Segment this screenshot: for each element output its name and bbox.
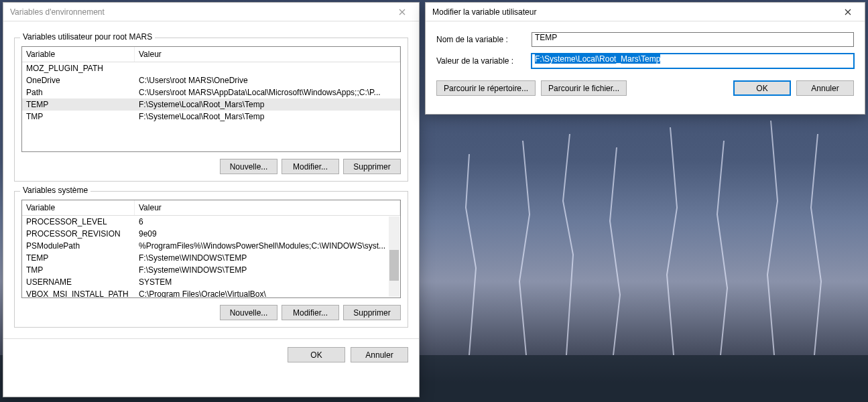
system-delete-button[interactable]: Supprimer	[343, 305, 401, 320]
system-variables-list[interactable]: Variable Valeur PROCESSOR_LEVEL 6 PROCES…	[21, 200, 401, 298]
user-edit-button[interactable]: Modifier...	[282, 159, 339, 174]
table-row[interactable]: USERNAME SYSTEM	[22, 276, 400, 288]
cancel-button[interactable]: Annuler	[796, 80, 854, 96]
ok-button[interactable]: OK	[288, 347, 345, 362]
table-row[interactable]: PSModulePath %ProgramFiles%\WindowsPower…	[22, 240, 400, 252]
user-new-button[interactable]: Nouvelle...	[220, 159, 277, 174]
variable-value-input[interactable]: F:\Systeme\Local\Root_Mars\Temp	[532, 54, 854, 68]
table-row-selected[interactable]: TEMP F:\Systeme\Local\Root_Mars\Temp	[22, 98, 400, 111]
titlebar[interactable]: Modifier la variable utilisateur	[426, 3, 865, 21]
titlebar[interactable]: Variables d'environnement	[3, 3, 419, 21]
table-row[interactable]: Path C:\Users\root MARS\AppData\Local\Mi…	[22, 86, 400, 98]
ok-button[interactable]: OK	[733, 80, 791, 96]
col-value-header[interactable]: Valeur	[135, 47, 400, 62]
browse-file-button[interactable]: Parcourir le fichier...	[541, 80, 627, 96]
table-row[interactable]: MOZ_PLUGIN_PATH	[22, 62, 400, 74]
variable-value-label: Valeur de la variable :	[436, 56, 532, 66]
col-variable-header[interactable]: Variable	[22, 47, 135, 62]
cancel-button[interactable]: Annuler	[351, 347, 408, 362]
close-icon[interactable]	[836, 5, 859, 19]
table-row[interactable]: VBOX_MSI_INSTALL_PATH C:\Program Files\O…	[22, 288, 400, 298]
table-row[interactable]: OneDrive C:\Users\root MARS\OneDrive	[22, 74, 400, 86]
user-variables-list[interactable]: Variable Valeur MOZ_PLUGIN_PATH OneDrive…	[21, 46, 401, 152]
table-row[interactable]: TEMP F:\Systeme\WINDOWS\TEMP	[22, 252, 400, 264]
table-row[interactable]: TMP F:\Systeme\Local\Root_Mars\Temp	[22, 111, 400, 123]
window-title: Variables d'environnement	[10, 7, 391, 17]
user-delete-button[interactable]: Supprimer	[343, 159, 401, 174]
system-edit-button[interactable]: Modifier...	[282, 305, 339, 320]
window-title: Modifier la variable utilisateur	[432, 7, 836, 17]
close-icon[interactable]	[391, 5, 414, 19]
environment-variables-window: Variables d'environnement Variables util…	[3, 2, 420, 397]
list-header[interactable]: Variable Valeur	[22, 200, 400, 216]
system-new-button[interactable]: Nouvelle...	[220, 305, 277, 320]
user-variables-group: Variables utilisateur pour root MARS Var…	[14, 38, 408, 182]
system-variables-group: Variables système Variable Valeur PROCES…	[14, 191, 408, 328]
edit-variable-window: Modifier la variable utilisateur Nom de …	[425, 2, 865, 115]
list-header[interactable]: Variable Valeur	[22, 47, 400, 62]
col-variable-header[interactable]: Variable	[22, 200, 135, 215]
scrollbar[interactable]	[389, 216, 399, 297]
col-value-header[interactable]: Valeur	[135, 200, 400, 215]
table-row[interactable]: PROCESSOR_REVISION 9e09	[22, 228, 400, 240]
table-row[interactable]: PROCESSOR_LEVEL 6	[22, 216, 400, 228]
scrollbar-thumb[interactable]	[389, 250, 399, 281]
variable-name-input[interactable]: TEMP	[532, 32, 854, 47]
user-group-title: Variables utilisateur pour root MARS	[20, 32, 155, 42]
system-group-title: Variables système	[20, 186, 90, 195]
browse-directory-button[interactable]: Parcourir le répertoire...	[436, 80, 536, 96]
table-row[interactable]: TMP F:\Systeme\WINDOWS\TEMP	[22, 264, 400, 276]
variable-name-label: Nom de la variable :	[436, 35, 532, 44]
